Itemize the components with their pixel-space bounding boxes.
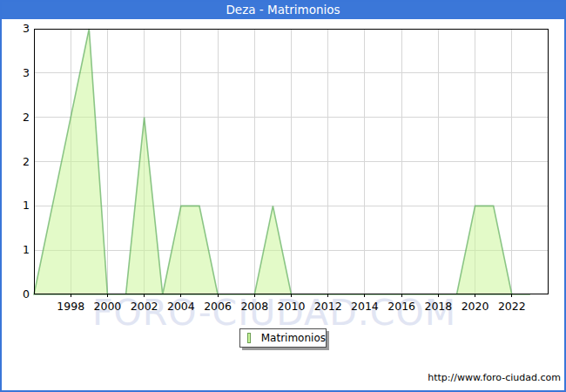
x-axis-label: 2000 <box>89 300 125 313</box>
legend-swatch-icon <box>247 333 251 343</box>
x-axis-label: 2022 <box>494 300 530 313</box>
y-axis-label: 2 <box>0 111 30 125</box>
y-axis-label: 0 <box>0 287 30 301</box>
chart-window: { "window": { "title": "Deza - Matrimoni… <box>0 0 566 392</box>
footer-url: http://www.foro-ciudad.com <box>428 372 561 383</box>
x-axis-label: 2014 <box>347 300 383 313</box>
x-axis-label: 2004 <box>163 300 199 313</box>
x-axis-label: 2016 <box>383 300 420 313</box>
x-axis-label: 2012 <box>310 300 347 313</box>
legend: Matrimonios <box>239 328 327 348</box>
x-axis-label: 2010 <box>273 300 310 313</box>
x-axis-label: 2018 <box>420 300 456 313</box>
y-axis-label: 2 <box>0 155 30 169</box>
x-axis-label: 2008 <box>236 300 273 313</box>
x-axis-label: 2020 <box>457 300 494 313</box>
y-axis-label: 3 <box>0 22 30 36</box>
y-axis-label: 3 <box>0 66 30 80</box>
x-axis-label: 2006 <box>199 300 236 313</box>
chart-title-bar: Deza - Matrimonios <box>0 0 566 19</box>
x-axis-label: 1998 <box>52 300 89 313</box>
x-axis-label: 2002 <box>126 300 163 313</box>
legend-label: Matrimonios <box>261 332 326 344</box>
y-axis-label: 1 <box>0 199 30 213</box>
chart-title: Deza - Matrimonios <box>226 3 340 17</box>
y-axis-label: 1 <box>0 243 30 257</box>
